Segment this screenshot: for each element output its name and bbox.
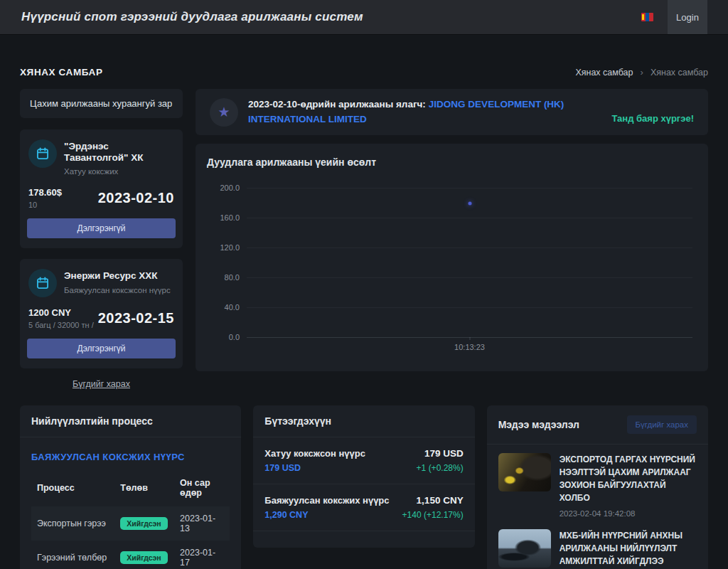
breadcrumb-item-current: Хянах самбар <box>651 68 708 78</box>
table-row: Гэрээний төлбөр Хийгдсэн 2023-01-17 <box>31 541 230 569</box>
column-header: Процесс <box>31 474 114 506</box>
column-header: Төлөв <box>114 474 174 506</box>
login-button[interactable]: Login <box>668 0 707 34</box>
process-name: Экспортын гэрээ <box>31 506 114 541</box>
auction-date: 2023-02-10 <box>98 190 174 206</box>
calendar-icon <box>28 269 57 297</box>
auction-price-sub: 10 <box>28 201 62 209</box>
summary-header-card: Цахим арилжааны хураангуй зар <box>20 89 183 118</box>
top-navbar: Нүүрсний спот гэрээний дуудлага арилжаан… <box>0 0 728 34</box>
panel-title: Мэдээ мэдээлэл <box>498 419 579 430</box>
news-date: 2023-02-04 19:42:08 <box>560 509 697 518</box>
column-header: Он сар өдөр <box>174 474 230 506</box>
navbar-end-spacer <box>707 0 728 34</box>
product-change: +140 (+12.17%) <box>402 510 464 520</box>
mongolian-flag-icon[interactable] <box>641 13 653 21</box>
product-alt-price: 1,290 CNY <box>264 510 389 520</box>
view-all-link[interactable]: Бүгдийг харах <box>20 379 183 389</box>
news-item[interactable]: МХБ-ИЙН НҮҮРСНИЙ АНХНЫ АРИЛЖААНЫ НИЙЛҮҮЛ… <box>498 529 697 569</box>
status-badge: Хийгдсэн <box>120 551 167 564</box>
calendar-icon <box>28 139 57 168</box>
process-name: Гэрээний төлбөр <box>31 541 114 569</box>
product-row: Баяжуулсан коксжих нүүрс 1,290 CNY 1,150… <box>253 484 474 531</box>
auction-card: "Эрдэнэс Тавантолгой" ХК Хатуу коксжих 1… <box>20 129 183 248</box>
process-date: 2023-01-17 <box>174 541 230 569</box>
auction-price: 178.60$ <box>28 187 62 198</box>
news-panel: Мэдээ мэдээлэл Бүгдийг харах ЭКСПОРТОД Г… <box>487 405 708 569</box>
summary-title: Цахим арилжааны хураангуй зар <box>30 98 172 109</box>
products-panel: Бүтээгдэхүүн Хатуу коксжсон нүүрс 179 US… <box>253 405 474 548</box>
dashboard-main: ★ 2023-02-10-өдрийн арилжааны ялагч:JIDO… <box>196 89 708 371</box>
auction-price-sub: 5 багц / 32000 тн / <box>28 321 94 329</box>
news-thumbnail-coal <box>498 453 551 491</box>
details-button[interactable]: Дэлгэрэнгүй <box>27 339 176 358</box>
table-row: Экспортын гэрээ Хийгдсэн 2023-01-13 <box>31 506 230 541</box>
news-thumbnail-truck <box>498 529 551 568</box>
process-table: Процесс Төлөв Он сар өдөр Экспортын гэрэ… <box>31 474 230 569</box>
auction-card: Энержи Ресурс ХХК Баяжуулсан коксжсон нү… <box>20 259 183 368</box>
panel-title: Бүтээгдэхүүн <box>264 415 331 427</box>
app-title: Нүүрсний спот гэрээний дуудлага арилжаан… <box>0 10 641 24</box>
breadcrumb: Хянах самбар › Хянах самбар <box>575 67 708 78</box>
product-name: Баяжуулсан коксжих нүүрс <box>264 495 389 506</box>
app-root: Нүүрсний спот гэрээний дуудлага арилжаан… <box>0 0 728 569</box>
chevron-right-icon: › <box>641 67 643 78</box>
company-name: Энержи Ресурс ХХК <box>64 270 171 282</box>
details-button[interactable]: Дэлгэрэнгүй <box>27 218 176 238</box>
chart-title: Дуудлага арилжааны үеийн өсөлт <box>207 156 697 168</box>
product-row: Хатуу коксжсон нүүрс 179 USD 179 USD +1 … <box>253 437 474 484</box>
product-alt-price: 179 USD <box>264 463 365 473</box>
page-header: ХЯНАХ САМБАР Хянах самбар › Хянах самбар <box>20 67 708 78</box>
sidebar: Цахим арилжааны хураангуй зар <box>20 89 183 389</box>
news-view-all-button[interactable]: Бүгдийг харах <box>627 415 697 434</box>
page-title: ХЯНАХ САМБАР <box>20 67 103 78</box>
product-name: Хатуу коксжсон нүүрс <box>264 448 365 459</box>
product-type: Хатуу коксжих <box>64 166 174 177</box>
auction-growth-chart: 200.0160.0120.080.040.00.010:13:23 <box>207 188 697 361</box>
supply-process-panel: Нийлүүлэлтийн процесс БАЯЖУУЛСАН КОКСЖИХ… <box>20 405 241 569</box>
product-price: 179 USD <box>417 448 464 459</box>
news-item[interactable]: ЭКСПОРТОД ГАРГАХ НҮҮРСНИЙ НЭЭЛТТЭЙ ЦАХИМ… <box>498 453 697 518</box>
congrats-text: Танд баяр хүргэе! <box>611 113 694 128</box>
main-content: ХЯНАХ САМБАР Хянах самбар › Хянах самбар… <box>0 67 728 569</box>
news-title: ЭКСПОРТОД ГАРГАХ НҮҮРСНИЙ НЭЭЛТТЭЙ ЦАХИМ… <box>560 453 697 504</box>
product-type: Баяжуулсан коксжсон нүүрс <box>64 285 171 296</box>
status-badge: Хийгдсэн <box>120 517 167 530</box>
panel-title: Нийлүүлэлтийн процесс <box>31 415 153 427</box>
process-date: 2023-01-13 <box>174 506 230 541</box>
product-change: +1 (+0.28%) <box>417 463 464 473</box>
chart-card: Дуудлага арилжааны үеийн өсөлт 200.0160.… <box>196 144 708 371</box>
company-name: "Эрдэнэс Тавантолгой" ХК <box>64 141 174 164</box>
auction-date: 2023-02-15 <box>98 310 174 326</box>
auction-price: 1200 CNY <box>28 307 94 318</box>
process-subtitle: БАЯЖУУЛСАН КОКСЖИХ НҮҮРС <box>31 452 230 462</box>
star-icon: ★ <box>210 98 238 127</box>
breadcrumb-item-home[interactable]: Хянах самбар <box>575 68 633 78</box>
winner-banner: ★ 2023-02-10-өдрийн арилжааны ялагч:JIDO… <box>196 89 708 135</box>
banner-message: 2023-02-10-өдрийн арилжааны ялагч: <box>248 99 426 110</box>
news-title: МХБ-ИЙН НҮҮРСНИЙ АНХНЫ АРИЛЖААНЫ НИЙЛҮҮЛ… <box>560 529 697 568</box>
product-price: 1,150 CNY <box>402 495 464 506</box>
